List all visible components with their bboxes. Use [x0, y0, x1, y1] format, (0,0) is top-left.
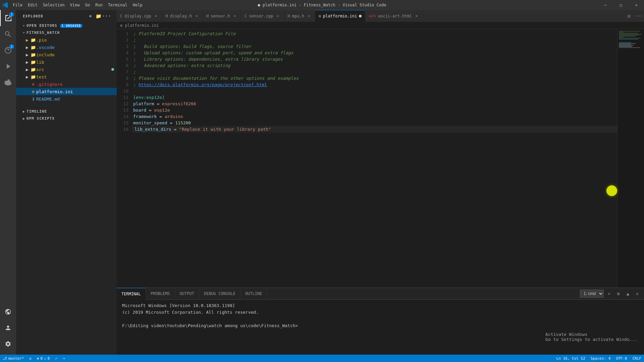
val-platform: espressif8266 [162, 101, 196, 107]
encoding-status[interactable]: UTF-8 [613, 355, 630, 362]
tab-icon-display-cpp: C [120, 14, 122, 18]
section-11: [env:esp12e] [133, 94, 165, 101]
status-bar: ⎇ master* ↺ ⊗ 0 ⚠ 0 ✓ → Ln 16, Col 52 Sp… [0, 355, 644, 362]
file-platformio-label: platformio.ini [36, 89, 117, 94]
new-file-button[interactable]: + [87, 13, 94, 19]
errors-warnings-status[interactable]: ⊗ 0 ⚠ 0 [34, 355, 53, 362]
menu-selection[interactable]: Selection [40, 0, 67, 10]
code-area[interactable]: ; PlatformIO Project Configuration File … [132, 29, 617, 288]
arrow-status[interactable]: → [60, 355, 68, 362]
tree-item-lib[interactable]: ▶ 📁 lib [16, 58, 117, 66]
breadcrumb-platformio-ini[interactable]: ⚙ platformio.ini [120, 23, 159, 28]
folder-src-label: src [36, 67, 111, 72]
tree-item-pio[interactable]: ▶ 📁 .pio [16, 36, 117, 44]
line-ending-status[interactable]: CRLF [630, 355, 644, 362]
tab-display-h[interactable]: H display.h ✕ [162, 10, 203, 22]
tree-item-gitignore[interactable]: ⊗ .gitignore [16, 80, 117, 88]
tab-display-cpp[interactable]: C display.cpp ✕ [117, 10, 162, 22]
terminal-tab-output[interactable]: OUTPUT [175, 288, 199, 300]
tab-close-mpu-h[interactable]: ✕ [306, 13, 312, 19]
prop-platform: platform [133, 101, 154, 107]
terminal-tab-terminal[interactable]: TERMINAL [117, 288, 146, 300]
project-section[interactable]: ▾ FITNESS_WATCH [16, 29, 117, 36]
tab-ascii-art-html[interactable]: </> ascii-art.html ✕ [365, 10, 423, 22]
tab-mpu-h[interactable]: H mpu.h ✕ [284, 10, 315, 22]
breadcrumb: ⚙ platformio.ini [117, 22, 644, 29]
tab-close-sensor-cpp[interactable]: ✕ [275, 13, 281, 19]
open-editors-section[interactable]: ▾ Open Editors 1 UNSAVED [16, 22, 117, 29]
activity-search[interactable] [0, 26, 16, 42]
comment-2: ; [133, 37, 136, 43]
sidebar-header-actions[interactable]: + 📁 ··· [87, 13, 110, 19]
tree-item-test[interactable]: ▶ 📁 test [16, 73, 117, 80]
menu-edit[interactable]: Edit [25, 0, 40, 10]
activity-settings[interactable] [0, 336, 16, 352]
tree-item-include[interactable]: ▶ 📁 include [16, 51, 117, 58]
code-line-12: platform = espressif8266 [132, 101, 617, 107]
tree-item-src[interactable]: ▶ 📁 src [16, 66, 117, 73]
new-folder-button[interactable]: 📁 [95, 13, 102, 19]
tree-item-readme[interactable]: ℹ README.md [16, 95, 117, 103]
activity-run[interactable] [0, 58, 16, 74]
activity-explorer[interactable]: 1 [0, 10, 16, 26]
menu-go[interactable]: Go [83, 0, 93, 10]
folder-chevron-test: ▶ [24, 74, 30, 80]
close-button[interactable]: ✕ [629, 0, 644, 10]
npm-scripts-section: ▶ NPM SCRIPTS [16, 115, 117, 122]
timeline-section: ▶ TIMELINE [16, 108, 117, 115]
project-label: FITNESS_WATCH [26, 31, 60, 35]
editor-body: 1 2 3 4 5 6 7 8 9 10 11 12 13 14 15 16 [117, 29, 644, 355]
activity-source-control[interactable]: 1 [0, 42, 16, 58]
git-branch-status[interactable]: ⎇ master* [0, 355, 26, 362]
terminal-tab-debug[interactable]: DEBUG CONSOLE [199, 288, 240, 300]
menu-run[interactable]: Run [93, 0, 105, 10]
tab-close-sensor-h[interactable]: ✕ [232, 13, 237, 19]
terminal-maximize-button[interactable]: ▲ [624, 290, 632, 298]
menu-help[interactable]: Help [130, 0, 145, 10]
sidebar-title: Explorer + 📁 ··· [16, 10, 117, 22]
maximize-button[interactable]: □ [613, 0, 629, 10]
npm-scripts-header[interactable]: ▶ NPM SCRIPTS [16, 115, 117, 122]
terminal-tabs: TERMINAL PROBLEMS OUTPUT DEBUG CONSOLE O… [117, 288, 644, 300]
indentation-status[interactable]: Spaces: 4 [588, 355, 613, 362]
file-spacer-gitignore [24, 81, 30, 87]
tree-item-vscode[interactable]: ▶ 📁 .vscode [16, 44, 117, 51]
more-actions-button[interactable]: ··· [103, 13, 110, 19]
activity-extensions[interactable] [0, 74, 16, 90]
terminal-add-button[interactable]: + [605, 290, 613, 298]
sync-status[interactable]: ↺ [26, 355, 34, 362]
terminal-close-button[interactable]: ✕ [633, 290, 641, 298]
tab-bar: C display.cpp ✕ H display.h ✕ H sensor.h… [117, 10, 644, 22]
terminal-shell-select[interactable]: 1: cmd [580, 290, 604, 298]
timeline-header[interactable]: ▶ TIMELINE [16, 108, 117, 115]
tab-sensor-h[interactable]: H sensor.h ✕ [203, 10, 241, 22]
tab-platformio-ini[interactable]: ⚙ platformio.ini [315, 10, 365, 22]
more-tabs-button[interactable]: ··· [634, 10, 644, 22]
activity-remote[interactable] [0, 304, 16, 320]
terminal-tab-outline[interactable]: OUTLINE [240, 288, 267, 300]
tab-sensor-cpp[interactable]: C sensor.cpp ✕ [241, 10, 284, 22]
tab-close-ascii-art-html[interactable]: ✕ [414, 13, 419, 19]
tab-close-display-cpp[interactable]: ✕ [153, 13, 159, 19]
window-controls[interactable]: ─ □ ✕ [598, 0, 644, 10]
comment-3: ; Build options: build flags, source fil… [133, 43, 251, 50]
activity-account[interactable] [0, 320, 16, 336]
check-status[interactable]: ✓ [52, 355, 60, 362]
encoding-text: UTF-8 [616, 356, 627, 361]
split-editor-button[interactable]: ⊡ [624, 10, 634, 22]
tree-item-platformio[interactable]: ⚙ platformio.ini [16, 88, 117, 95]
tab-close-display-h[interactable]: ✕ [194, 13, 199, 19]
terminal-split-button[interactable]: ⊞ [614, 290, 623, 298]
cursor-position-status[interactable]: Ln 16, Col 52 [554, 355, 588, 362]
file-readme-icon: ℹ [30, 96, 36, 102]
terminal-body[interactable]: Microsoft Windows [Version 10.0.18363.11… [117, 300, 644, 355]
code-line-16: lib_extra_dirs = "Replace it with your l… [132, 126, 617, 132]
terminal-tab-problems[interactable]: PROBLEMS [146, 288, 175, 300]
minimize-button[interactable]: ─ [598, 0, 613, 10]
code-line-8: ; Please visit documentation for the oth… [132, 75, 617, 81]
menu-file[interactable]: File [10, 0, 25, 10]
menu-terminal[interactable]: Terminal [105, 0, 130, 10]
menu-bar[interactable]: File Edit Selection View Go Run Terminal… [0, 0, 145, 10]
editor-content[interactable]: 1 2 3 4 5 6 7 8 9 10 11 12 13 14 15 16 [117, 29, 644, 288]
menu-view[interactable]: View [67, 0, 83, 10]
